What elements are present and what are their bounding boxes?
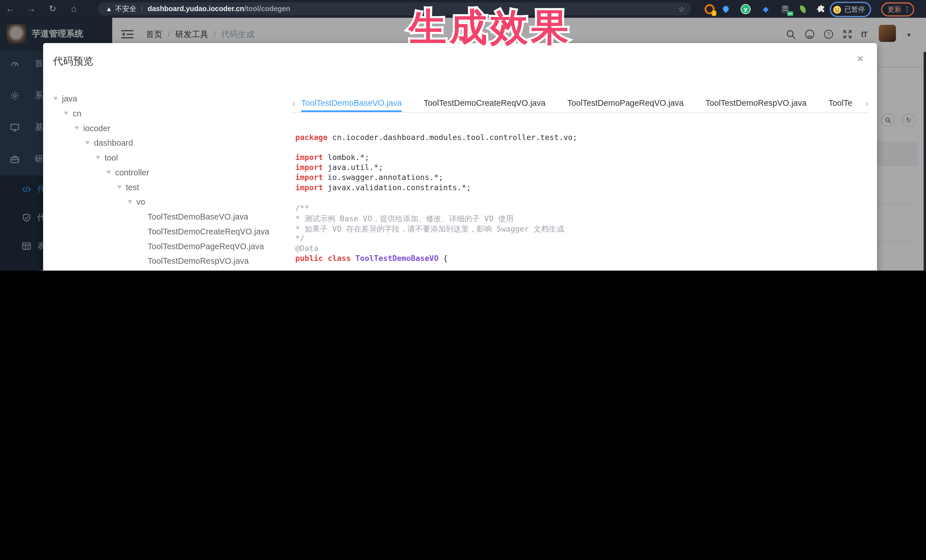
kebab-menu-icon[interactable]: ⋮ [903,5,911,14]
tree-node-label: ToolTestDemoBaseVO.java [148,211,248,221]
url-path: /tool/codegen [244,5,290,13]
tree-node[interactable]: cn [53,106,286,121]
extensions-puzzle-icon[interactable] [816,4,826,14]
extension-drop-icon[interactable] [721,4,731,14]
url-host: dashboard.yudao.iocoder.cn [148,5,244,13]
code-line: package cn.iocoder.dashboard.modules.too… [295,133,873,143]
file-tab[interactable]: ToolTe [828,94,852,112]
caret-down-icon[interactable] [64,111,69,115]
tabs-scroll-left-icon[interactable]: ‹ [292,99,295,108]
code-line: /** [295,204,873,214]
tree-node-label: controller [115,168,149,177]
file-tabs: ToolTestDemoBaseVO.javaToolTestDemoCreat… [301,94,860,112]
code-preview-dialog: 代码预览 ✕ javacniocoderdashboardtoolcontrol… [43,43,877,270]
tree-node[interactable]: ToolTestDemoCreateReqVO.java [53,224,286,238]
code-line: import io.swagger.annotations.*; [295,173,873,183]
security-label[interactable]: 不安全 [115,4,136,14]
tree-node[interactable]: ToolTestDemoRespVO.java [53,253,286,268]
caret-down-icon[interactable] [127,200,132,203]
browser-profile-chip[interactable]: 已暂停 [830,2,871,17]
update-label: 更新 [888,5,902,14]
code-line: import javax.validation.constraints.*; [295,183,873,193]
dialog-title: 代码预览 [53,54,93,68]
tree-node[interactable]: ToolTestDemoBaseVO.java [53,209,286,224]
code-line [295,264,873,270]
tree-node[interactable]: iocoder [53,120,286,135]
emoji-face-icon [833,5,841,14]
code-line: import lombok.*; [295,153,873,163]
tree-node[interactable]: tool [53,150,286,165]
file-tabs-bar: ‹ ToolTestDemoBaseVO.javaToolTestDemoCre… [291,94,869,113]
code-line: public class ToolTestDemoBaseVO { [295,254,873,264]
tree-node[interactable]: java [53,91,286,106]
tree-node-label: vo [136,197,145,206]
file-tab[interactable]: ToolTestDemoCreateReqVO.java [424,94,545,112]
code-line: @Data [295,244,873,254]
caret-down-icon[interactable] [117,185,122,189]
tree-node-label: cn [73,108,82,118]
warning-icon: ▲ [106,5,112,12]
caret-down-icon[interactable] [53,97,58,100]
extension-badge: 1 [712,11,717,16]
tree-node-label: test [126,182,139,192]
tree-node-label: ToolTestDemoPageReqVO.java [148,241,264,251]
screen: ← → ↻ ⌂ ▲ 不安全 | dashboard.yudao.iocoder.… [0,0,926,270]
browser-update-button[interactable]: 更新 ⋮ [881,2,914,17]
caret-down-icon[interactable] [85,141,90,144]
tabs-scroll-right-icon[interactable]: › [865,99,869,108]
tree-node-label: ToolTestDemoCreateReqVO.java [148,226,269,236]
divider: | [141,5,143,13]
tree-node-label: iocoder [83,123,110,133]
tree-node-label: tool [104,152,118,162]
file-tab[interactable]: ToolTestDemoRespVO.java [705,94,806,112]
extension-diamond-icon[interactable]: ◆ [761,4,770,14]
tree-node-label: dashboard [94,138,133,147]
forward-icon[interactable]: → [25,0,38,18]
extension-orange-icon[interactable]: 1 [705,4,715,14]
profile-status: 已暂停 [844,5,865,14]
code-line: * 测试示例 Base VO，提供给添加、修改、详细的子 VO 使用 [295,214,873,223]
caret-down-icon[interactable] [106,170,111,174]
tree-node[interactable]: ToolTestDemoUpdateReqVO.java [53,268,286,270]
tree-node-label: java [62,94,77,103]
tree-node[interactable]: test [53,180,286,194]
on-badge: on [787,11,793,16]
tree-node[interactable]: vo [53,194,286,209]
home-icon[interactable]: ⌂ [67,0,80,18]
code-line [295,193,873,203]
extension-y-icon[interactable]: y [741,4,750,14]
caret-down-icon[interactable] [95,155,100,159]
tree-node[interactable]: controller [53,165,286,180]
reload-icon[interactable]: ↻ [46,0,59,18]
code-viewer[interactable]: package cn.iocoder.dashboard.modules.too… [295,133,873,270]
file-tab[interactable]: ToolTestDemoPageReqVO.java [567,94,684,112]
annotation-text: 生成效果 生成效果 [375,8,605,47]
file-tab[interactable]: ToolTestDemoBaseVO.java [301,94,402,112]
extension-on-icon[interactable]: on [781,4,791,14]
close-icon[interactable]: ✕ [857,54,864,64]
back-icon[interactable]: ← [3,0,17,18]
code-line [295,143,873,153]
tree-node-label: ToolTestDemoRespVO.java [148,256,249,265]
code-line: */ [295,234,873,244]
file-tree: javacniocoderdashboardtoolcontrollertest… [53,91,286,270]
code-line: * 如果子 VO 存在差异的字段，请不要添加到这里，影响 Swagger 文档生… [295,223,873,234]
code-line: import java.util.*; [295,163,873,173]
tree-node[interactable]: ToolTestDemoPageReqVO.java [53,238,286,253]
caret-down-icon[interactable] [74,126,79,130]
extension-leaf-icon[interactable] [798,4,808,14]
bookmark-star-icon[interactable]: ☆ [678,5,685,14]
tree-node[interactable]: dashboard [53,135,286,150]
